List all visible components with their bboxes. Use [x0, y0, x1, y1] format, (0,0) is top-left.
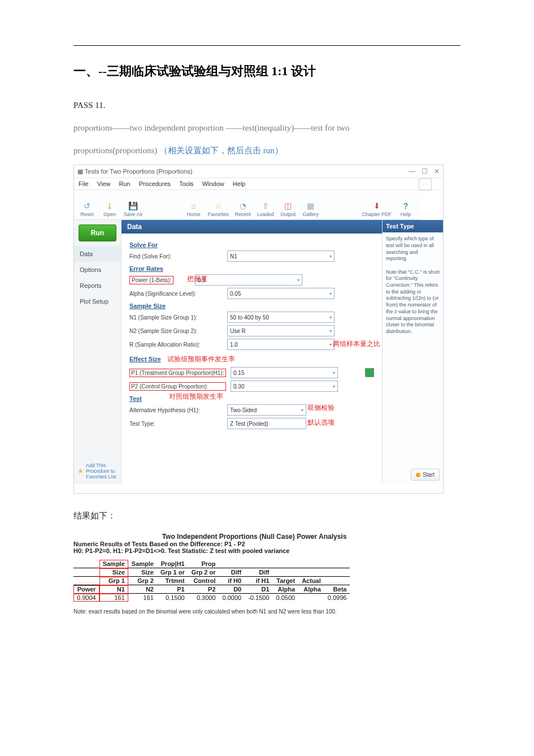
sidebar: Run Data Options Reports Plot Setup ★ Ad…: [74, 220, 121, 484]
open-button[interactable]: ⤓Open: [101, 200, 118, 217]
field-n1: N1 (Sample Size Group 1): 50 to 400 by 5…: [129, 312, 374, 323]
r-input[interactable]: 1.0▾: [227, 339, 335, 350]
field-n2: N2 (Sample Size Group 2): Use R▾: [129, 325, 374, 336]
add-to-favorites-link[interactable]: ★ Add This Procedure to Favorites List: [74, 458, 121, 484]
close-icon[interactable]: ✕: [434, 165, 440, 178]
gallery-icon: ▦: [305, 200, 316, 211]
text-path-2b: （相关设置如下，然后点击 run）: [159, 146, 283, 155]
output-button[interactable]: ◫Output: [280, 200, 297, 217]
reset-icon: ↺: [81, 200, 93, 211]
start-icon: [416, 473, 420, 477]
section-solve-for: Solve For: [129, 241, 374, 248]
table-header-row-2: Size Size Grp 1 or Grp 2 or Diff Diff: [73, 568, 350, 577]
save-icon: 💾: [128, 200, 139, 211]
text-pass: PASS 11.: [73, 97, 461, 114]
gallery-button[interactable]: ▦Gallery: [302, 200, 319, 217]
r-label: R (Sample Allocation Ratio):: [129, 342, 223, 348]
overflow-icon[interactable]: ⋯: [419, 178, 432, 191]
start-button[interactable]: Start: [411, 469, 440, 481]
output-icon: ◫: [283, 200, 294, 211]
field-test-type: Test Type: Z Test (Pooled) 默认选项: [129, 418, 374, 429]
maximize-icon[interactable]: ☐: [422, 165, 428, 178]
annotation-h1: 双侧检验: [307, 403, 335, 413]
text-path-2: proportions(proportions) （相关设置如下，然后点击 ru…: [73, 142, 461, 159]
section-effect-size: Effect Size: [129, 356, 161, 362]
results-title: Two Independent Proportions (Null Case) …: [73, 533, 435, 541]
window-titlebar: ▦ Tests for Two Proportions (Proportions…: [74, 165, 443, 178]
help-button[interactable]: ?Help: [397, 200, 414, 217]
toolbar-left: ↺Reset ⤓Open 💾Save As: [79, 200, 142, 217]
table-header-row-3: Grp 1 Grp 2 Trtmnt Control if H0 if H1 T…: [73, 577, 350, 585]
window-body: Run Data Options Reports Plot Setup ★ Ad…: [74, 220, 443, 484]
field-alpha: Alpha (Significance Level): 0.05▾: [129, 288, 374, 299]
section-test: Test: [129, 395, 374, 402]
home-icon: ⌂: [188, 200, 199, 211]
loaded-button[interactable]: ⇪Loaded: [257, 200, 274, 217]
recent-button[interactable]: ◔Recent: [235, 200, 251, 217]
menu-window[interactable]: Window: [202, 180, 224, 187]
sidebar-item-plot-setup[interactable]: Plot Setup: [74, 293, 121, 309]
menu-file[interactable]: File: [79, 180, 89, 187]
h1-label: Alternative Hypothesis (H1):: [129, 407, 223, 413]
chevron-down-icon: ▾: [329, 329, 332, 334]
help-pane-title: Test Type: [383, 220, 443, 232]
home-button[interactable]: ⌂Home: [185, 200, 202, 217]
star-icon: ★: [77, 467, 84, 475]
save-as-button[interactable]: 💾Save As: [124, 200, 142, 217]
page-title: 一、--三期临床试验试验组与对照组 1:1 设计: [73, 63, 461, 80]
window-title: ▦ Tests for Two Proportions (Proportions…: [77, 165, 192, 178]
n1-label: N1 (Sample Size Group 1):: [129, 314, 223, 321]
sidebar-item-data[interactable]: Data: [74, 246, 121, 262]
menu-tools[interactable]: Tools: [179, 180, 194, 187]
run-button[interactable]: Run: [79, 224, 116, 241]
find-label: Find (Solve For):: [129, 253, 223, 260]
open-icon: ⤓: [104, 200, 115, 211]
menu-run[interactable]: Run: [119, 180, 131, 187]
results-hypothesis: H0: P1-P2=0. H1: P1-P2=D1<>0. Test Stati…: [73, 547, 435, 554]
alpha-label: Alpha (Significance Level):: [129, 291, 223, 297]
annotation-test-type: 默认选项: [307, 418, 335, 427]
chevron-down-icon: ▾: [301, 408, 303, 413]
star-icon: ☆: [212, 200, 224, 211]
field-r: R (Sample Allocation Ratio): 1.0▾ 两组样本量之…: [129, 339, 374, 350]
test-type-select[interactable]: Z Test (Pooled): [227, 418, 306, 429]
results-table: Sample Sample Prop|H1 Prop Size Size Grp…: [73, 560, 350, 602]
h1-select[interactable]: Two-Sided▾: [227, 404, 306, 416]
field-h1: Alternative Hypothesis (H1): Two-Sided▾ …: [129, 404, 374, 416]
chevron-down-icon: ▾: [329, 342, 332, 347]
p2-input[interactable]: 0.30▾: [231, 381, 338, 392]
chevron-down-icon: ▾: [329, 315, 332, 320]
annotation-effect: 试验组预期事件发生率: [167, 355, 235, 363]
p1-input[interactable]: 0.15▾: [231, 367, 338, 378]
menu-help[interactable]: Help: [233, 180, 246, 187]
app-window: ▦ Tests for Two Proportions (Proportions…: [73, 165, 444, 494]
menu-view[interactable]: View: [97, 180, 111, 187]
menu-procedures[interactable]: Procedures: [139, 180, 171, 187]
loaded-icon: ⇪: [260, 200, 271, 211]
menubar[interactable]: File View Run Procedures Tools Window He…: [74, 178, 443, 190]
table-row: 0.9004 161 161 0.1500 0.3000 0.0000 -0.1…: [73, 594, 350, 602]
n2-input[interactable]: Use R▾: [227, 325, 335, 336]
minimize-icon[interactable]: —: [409, 165, 415, 178]
alpha-input[interactable]: 0.05▾: [227, 288, 335, 299]
annotation-power: 把握度: [187, 274, 207, 284]
favorites-button[interactable]: ☆Favorites: [208, 200, 229, 217]
n1-input[interactable]: 50 to 400 by 50▾: [227, 312, 335, 323]
power-input[interactable]: 0.9▾: [195, 274, 302, 286]
field-p2: P2 (Control Group Proportion): 0.30▾: [129, 381, 374, 392]
results-note: Note: exact results based on the binomia…: [73, 608, 435, 615]
chevron-down-icon: ▾: [333, 370, 335, 375]
text-path-2a: proportions(proportions): [73, 146, 157, 155]
chapter-pdf-button[interactable]: ⬇Chapter PDF: [362, 200, 392, 217]
find-select[interactable]: N1▾: [227, 250, 335, 262]
results-intro: 结果如下：: [73, 511, 461, 521]
color-swatch[interactable]: [365, 368, 374, 377]
sidebar-item-reports[interactable]: Reports: [74, 278, 121, 293]
pdf-icon: ⬇: [371, 200, 383, 211]
annotation-r: 两组样本量之比: [333, 339, 380, 349]
n2-label: N2 (Sample Size Group 2):: [129, 328, 223, 334]
chevron-down-icon: ▾: [333, 384, 335, 389]
main-area: Data Solve For Find (Solve For): N1▾ Err…: [121, 220, 443, 484]
sidebar-item-options[interactable]: Options: [74, 262, 121, 278]
reset-button[interactable]: ↺Reset: [79, 200, 95, 217]
